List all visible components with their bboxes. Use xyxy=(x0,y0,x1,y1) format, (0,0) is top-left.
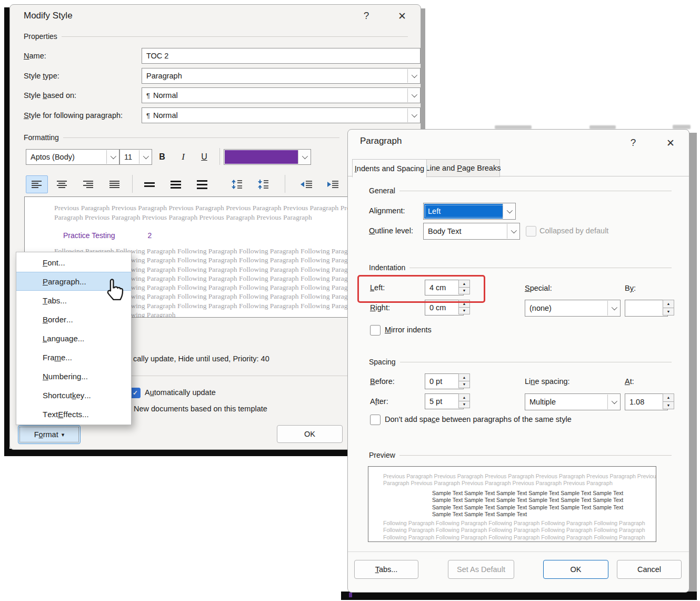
double-spacing-button[interactable] xyxy=(191,175,213,193)
indent-right-label: Right: xyxy=(370,303,390,312)
spin-up-icon: ▲ xyxy=(663,393,674,402)
before-value: 0 pt xyxy=(429,377,442,386)
chevron-down-icon[interactable] xyxy=(607,395,619,409)
style-following-label: Style for following paragraph: xyxy=(24,111,123,120)
screen: Modify Style ? ✕ Properties Name: TOC 2 … xyxy=(0,0,700,601)
background-artifact xyxy=(673,125,691,129)
before-label: Before: xyxy=(370,377,395,386)
special-dropdown[interactable]: (none) xyxy=(525,300,621,317)
tab-line-and-page-breaks[interactable]: Line and Page Breaks xyxy=(426,159,500,177)
chevron-down-icon[interactable] xyxy=(139,150,151,164)
indent-right-value: 0 cm xyxy=(429,303,446,312)
chevron-down-icon[interactable] xyxy=(298,150,310,164)
tab-indents-and-spacing[interactable]: Indents and Spacing xyxy=(352,159,427,178)
indent-left-input[interactable]: 4 cm xyxy=(425,280,464,295)
menu-item-font[interactable]: Font... xyxy=(16,253,131,272)
font-name-value: Aptos (Body) xyxy=(31,153,75,161)
tabs-button-label: Tabs... xyxy=(375,565,398,574)
decrease-indent-icon xyxy=(300,180,313,189)
ok-button[interactable]: OK xyxy=(277,425,343,443)
decrease-indent-button[interactable] xyxy=(295,175,317,193)
chevron-down-icon[interactable] xyxy=(507,224,519,239)
cancel-button[interactable]: Cancel xyxy=(617,560,682,579)
chevron-down-icon[interactable] xyxy=(407,109,419,122)
format-button[interactable]: Format ▾ xyxy=(18,425,81,444)
mirror-indents-label: Mirror indents xyxy=(385,326,432,334)
spin-down-icon: ▼ xyxy=(663,308,674,316)
preview-previous-text: Previous Paragraph Previous Paragraph Pr… xyxy=(54,203,396,212)
after-label: After: xyxy=(370,397,388,406)
alignment-label: Alignment: xyxy=(369,206,405,215)
preview-sample-text: Sample Text Sample Text Sample Text Samp… xyxy=(432,490,623,518)
divider xyxy=(348,551,689,552)
chevron-down-icon[interactable] xyxy=(503,204,515,219)
close-icon[interactable]: ✕ xyxy=(663,136,678,150)
menu-item-language[interactable]: Language... xyxy=(16,329,131,348)
pilcrow-icon: ¶ xyxy=(146,112,150,120)
after-spinner[interactable]: ▲ ▼ xyxy=(458,393,470,408)
style-type-label: Style type: xyxy=(24,72,59,80)
mirror-indents-checkbox[interactable] xyxy=(370,325,381,336)
at-label: At: xyxy=(625,377,634,386)
menu-item-border[interactable]: Border... xyxy=(16,310,131,329)
one-half-spacing-button[interactable] xyxy=(165,175,187,193)
name-label: Name: xyxy=(24,52,46,60)
bold-button[interactable]: B xyxy=(153,149,171,165)
menu-item-shortcut-key[interactable]: Shortcut key... xyxy=(16,386,131,405)
chevron-down-icon[interactable] xyxy=(407,69,419,83)
font-name-dropdown[interactable]: Aptos (Body) xyxy=(26,149,119,165)
menu-item-text-effects[interactable]: Text Effects... xyxy=(16,405,131,423)
preview-following-text: Following Paragraph Following Paragraph … xyxy=(383,520,645,541)
name-input[interactable]: TOC 2 xyxy=(142,48,421,64)
at-input[interactable]: 1.08 xyxy=(625,393,668,410)
outline-level-dropdown[interactable]: Body Text xyxy=(423,223,520,240)
dont-add-space-checkbox[interactable] xyxy=(370,415,381,425)
font-color-dropdown[interactable] xyxy=(224,149,311,165)
ok-button[interactable]: OK xyxy=(543,560,608,579)
align-center-button[interactable] xyxy=(51,175,73,193)
help-icon[interactable]: ? xyxy=(358,9,374,23)
font-color-swatch xyxy=(225,150,298,164)
collapsed-by-default-label: Collapsed by default xyxy=(539,226,608,235)
chevron-down-icon[interactable] xyxy=(607,301,619,316)
automatically-update-checkbox[interactable]: ✓ xyxy=(130,388,141,398)
style-type-dropdown[interactable]: Paragraph xyxy=(142,68,421,84)
by-spinner[interactable]: ▲ ▼ xyxy=(663,300,674,316)
paragraph-preview-box: Previous Paragraph Previous Paragraph Pr… xyxy=(368,466,656,542)
increase-paragraph-spacing-button[interactable] xyxy=(226,175,248,193)
single-spacing-button[interactable] xyxy=(138,175,161,193)
font-size-dropdown[interactable]: 11 xyxy=(119,149,152,165)
automatically-update-label: Automatically update xyxy=(145,388,216,397)
indent-right-input[interactable]: 0 cm xyxy=(425,300,464,316)
italic-button[interactable]: I xyxy=(174,149,192,165)
align-justify-button[interactable] xyxy=(104,175,126,193)
chevron-down-icon[interactable] xyxy=(407,88,419,102)
decrease-paragraph-spacing-button[interactable] xyxy=(252,175,274,193)
style-following-dropdown[interactable]: ¶ Normal xyxy=(142,107,421,123)
background-artifact xyxy=(589,125,616,129)
after-input[interactable]: 5 pt xyxy=(425,393,464,409)
by-input[interactable] xyxy=(625,300,668,317)
tabs-button[interactable]: Tabs... xyxy=(354,560,418,579)
spin-down-icon: ▼ xyxy=(458,381,470,389)
align-left-button[interactable] xyxy=(26,175,48,193)
close-icon[interactable]: ✕ xyxy=(394,9,410,23)
background-artifact xyxy=(495,125,532,129)
chevron-down-icon[interactable] xyxy=(106,150,118,164)
indent-right-spinner[interactable]: ▲ ▼ xyxy=(458,300,470,314)
increase-indent-button[interactable] xyxy=(322,175,344,193)
at-spinner[interactable]: ▲ ▼ xyxy=(663,393,674,409)
menu-item-frame[interactable]: Frame... xyxy=(16,348,131,367)
dialog-title: Modify Style xyxy=(24,11,73,21)
underline-button[interactable]: U xyxy=(195,149,213,165)
before-input[interactable]: 0 pt xyxy=(425,373,464,389)
line-spacing-dropdown[interactable]: Multiple xyxy=(525,393,621,410)
before-spinner[interactable]: ▲ ▼ xyxy=(458,373,470,388)
menu-item-numbering[interactable]: Numbering... xyxy=(16,367,131,386)
indent-left-spinner[interactable]: ▲ ▼ xyxy=(458,280,470,294)
style-based-on-dropdown[interactable]: ¶ Normal xyxy=(142,87,421,103)
tab-label: Line and Page Breaks xyxy=(426,164,501,172)
align-right-button[interactable] xyxy=(77,175,99,193)
alignment-dropdown[interactable]: Left xyxy=(423,203,516,220)
help-icon[interactable]: ? xyxy=(625,136,641,150)
